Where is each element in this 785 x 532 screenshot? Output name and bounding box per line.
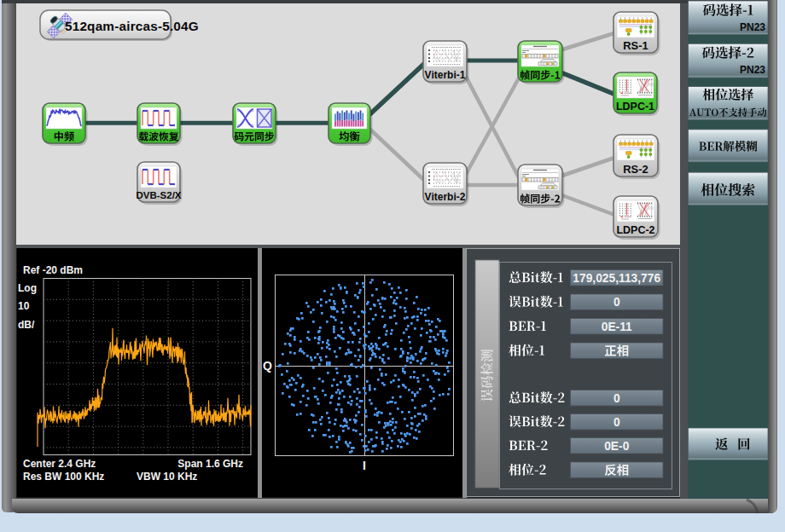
svg-text:Res BW 100 KHz: Res BW 100 KHz [23,471,104,483]
svg-text:0E-11: 0E-11 [602,321,632,333]
svg-text:LDPC-1: LDPC-1 [616,101,654,113]
svg-text:Span 1.6 GHz: Span 1.6 GHz [177,458,243,470]
svg-text:Ref -20 dBm: Ref -20 dBm [23,264,83,276]
svg-text:Q: Q [263,359,272,373]
svg-text:Center 2.4 GHz: Center 2.4 GHz [23,458,96,470]
svg-text:512qam-aircas-5.04G: 512qam-aircas-5.04G [65,19,199,33]
svg-text:DVB-S2/X: DVB-S2/X [136,190,181,200]
svg-text:PN23: PN23 [740,21,765,33]
svg-text:10: 10 [18,300,30,312]
svg-text:Viterbi-1: Viterbi-1 [425,69,466,81]
svg-text:0: 0 [613,416,620,429]
svg-text:0: 0 [613,392,620,405]
svg-text:dB/: dB/ [18,319,35,331]
svg-text:0: 0 [613,296,620,309]
svg-text:PN23: PN23 [740,64,765,76]
svg-text:RS-2: RS-2 [623,163,648,176]
svg-text:I: I [363,459,366,472]
svg-text:Log: Log [18,282,37,294]
svg-text:179,025,113,776: 179,025,113,776 [573,272,660,285]
svg-text:RS-1: RS-1 [623,39,648,52]
svg-text:LDPC-2: LDPC-2 [616,224,654,236]
svg-text:Viterbi-2: Viterbi-2 [425,191,466,203]
svg-text:0E-0: 0E-0 [604,440,629,453]
svg-text:VBW 10 KHz: VBW 10 KHz [137,471,197,483]
